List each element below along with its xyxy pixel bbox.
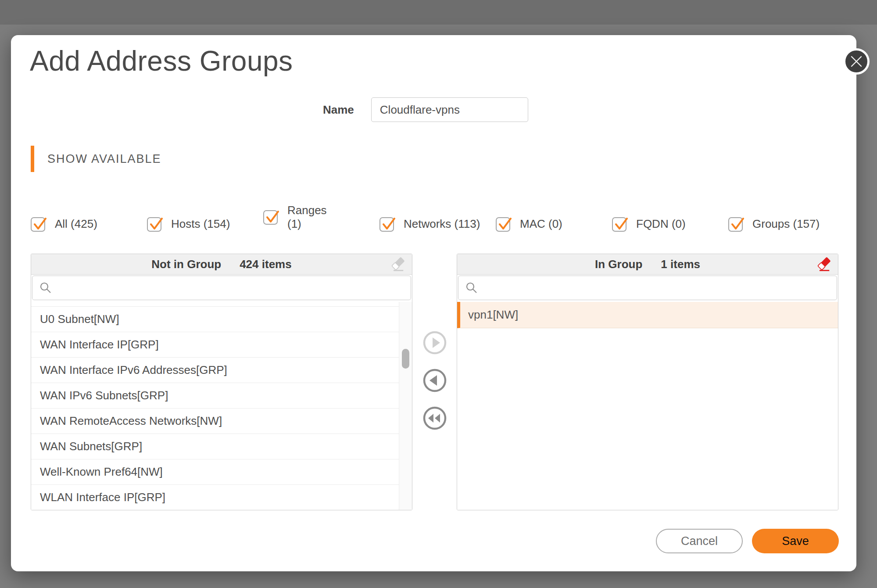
filter-checkbox-item[interactable]: Ranges (1)	[263, 204, 379, 231]
list-item-label: WLAN Interface IP[GRP]	[40, 491, 165, 504]
in-group-search-row	[458, 276, 837, 301]
list-row-partial	[31, 302, 399, 307]
filter-label: FQDN (0)	[636, 217, 686, 231]
move-left-icon[interactable]	[422, 368, 447, 393]
move-right-icon[interactable]	[422, 330, 447, 355]
accent-bar	[31, 146, 34, 172]
filter-checkbox-item[interactable]: All (425)	[31, 217, 147, 232]
in-group-count: 1 items	[661, 258, 700, 271]
transfer-buttons	[412, 330, 457, 431]
list-item[interactable]: Well-Known Pref64[NW]	[31, 459, 399, 485]
list-item-label: WAN Interface IPv6 Addresses[GRP]	[40, 363, 227, 377]
checkbox-icon[interactable]	[147, 217, 161, 232]
filter-label: Groups (157)	[752, 217, 820, 231]
in-group-title: In Group	[595, 258, 642, 271]
add-address-groups-dialog: Add Address Groups Name SHOW AVAILABLE A…	[11, 35, 856, 571]
list-item[interactable]: WAN IPv6 Subnets[GRP]	[31, 383, 399, 409]
filter-checkbox-row: All (425) Hosts (154) Ranges (1)	[31, 204, 851, 244]
filter-checkbox-item[interactable]: FQDN (0)	[612, 217, 728, 232]
in-group-search-input[interactable]	[458, 276, 837, 300]
cancel-button[interactable]: Cancel	[656, 529, 743, 553]
search-icon	[465, 281, 478, 294]
filter-label: Ranges (1)	[287, 204, 341, 231]
in-group-header: In Group 1 items	[457, 254, 838, 275]
scrollbar-thumb[interactable]	[402, 349, 409, 369]
filter-checkbox-item[interactable]: Networks (113)	[379, 217, 496, 232]
list-item-label: U0 Subnet[NW]	[40, 312, 119, 326]
filter-checkbox-item[interactable]: Groups (157)	[728, 217, 845, 232]
list-item-label: WAN IPv6 Subnets[GRP]	[40, 389, 168, 402]
not-in-group-panel: Not in Group 424 items	[31, 254, 412, 510]
checkbox-icon[interactable]	[496, 217, 510, 232]
list-item[interactable]: WAN Subnets[GRP]	[31, 434, 399, 459]
list-item[interactable]: WAN Interface IP[GRP]	[31, 332, 399, 358]
not-in-group-title: Not in Group	[151, 258, 221, 271]
not-in-group-search-input[interactable]	[32, 276, 411, 300]
search-icon	[39, 281, 52, 294]
not-in-group-count: 424 items	[240, 258, 292, 271]
filter-checkbox-item[interactable]: MAC (0)	[496, 217, 612, 232]
checkbox-icon[interactable]	[379, 217, 394, 232]
list-item[interactable]: WAN Interface IPv6 Addresses[GRP]	[31, 358, 399, 383]
name-field-row: Name	[323, 97, 528, 122]
checkbox-icon[interactable]	[728, 217, 743, 232]
list-item-label: WAN Interface IP[GRP]	[40, 338, 159, 351]
in-group-list: vpn1[NW]	[457, 302, 838, 510]
list-item[interactable]: U0 Subnet[NW]	[31, 307, 399, 332]
group-membership-panels: Not in Group 424 items	[31, 254, 838, 510]
clear-not-in-group-eraser-icon[interactable]	[389, 256, 407, 273]
filter-label: Hosts (154)	[171, 217, 230, 231]
scrollbar-track[interactable]	[399, 302, 412, 510]
move-all-left-icon[interactable]	[422, 405, 447, 431]
selected-list-item[interactable]: vpn1[NW]	[457, 302, 838, 328]
name-input[interactable]	[371, 97, 528, 122]
list-item-label: WAN RemoteAccess Networks[NW]	[40, 414, 222, 428]
modal-backdrop: { "dialog": { "title": "Add Address Grou…	[0, 0, 877, 588]
name-label: Name	[323, 103, 354, 117]
checkbox-icon[interactable]	[31, 217, 45, 232]
not-in-group-list: U0 Subnet[NW] WAN Interface IP[GRP] WAN …	[31, 302, 412, 510]
save-button[interactable]: Save	[752, 529, 839, 553]
checkbox-icon[interactable]	[263, 210, 278, 225]
dialog-footer: Cancel Save	[656, 529, 839, 553]
filter-label: MAC (0)	[520, 217, 562, 231]
background-page-header	[0, 0, 877, 25]
clear-in-group-eraser-icon[interactable]	[815, 256, 833, 273]
list-item-label: vpn1[NW]	[468, 308, 518, 322]
filter-checkbox-item[interactable]: Hosts (154)	[147, 217, 263, 232]
checkbox-icon[interactable]	[612, 217, 626, 232]
filter-label: Networks (113)	[404, 217, 480, 231]
list-item-label: WAN Subnets[GRP]	[40, 440, 142, 453]
list-item-label: Well-Known Pref64[NW]	[40, 465, 163, 479]
close-icon[interactable]	[843, 48, 870, 75]
filter-label: All (425)	[55, 217, 97, 231]
show-available-label: SHOW AVAILABLE	[47, 152, 161, 166]
in-group-panel: In Group 1 items	[457, 254, 838, 510]
dialog-title: Add Address Groups	[30, 45, 293, 77]
list-item[interactable]: WAN RemoteAccess Networks[NW]	[31, 409, 399, 434]
not-in-group-header: Not in Group 424 items	[31, 254, 412, 275]
not-in-group-search-row	[32, 276, 411, 301]
show-available-section: SHOW AVAILABLE	[31, 146, 161, 172]
list-item[interactable]: WLAN Interface IP[GRP]	[31, 485, 399, 510]
